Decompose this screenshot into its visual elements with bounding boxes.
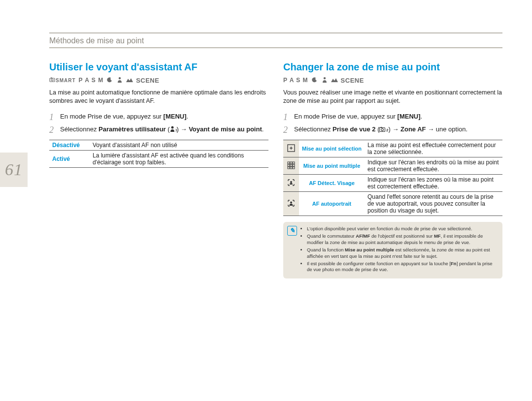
scene-text: SCENE	[136, 77, 159, 84]
manual-page: 61 Méthodes de mise au point Utiliser le…	[0, 0, 532, 401]
right-step-1: En mode Prise de vue, appuyez sur [MENU]…	[283, 112, 502, 121]
page-number: 61	[5, 160, 23, 179]
left-step-2: Sélectionnez Paramètres utilisateur (1) …	[49, 125, 268, 135]
svg-rect-8	[381, 127, 382, 128]
note-item: Quand le commutateur AF/MF de l'objectif…	[307, 233, 498, 246]
af-selection-icon	[283, 140, 299, 157]
pasm-text: P A S M	[79, 77, 104, 84]
table-row: AF Détect. Visage Indique sur l'écran le…	[283, 175, 502, 192]
svg-rect-15	[290, 162, 292, 164]
left-step-1: En mode Prise de vue, appuyez sur [MENU]…	[49, 112, 268, 121]
opt-deactivated-label: Désactivé	[49, 140, 90, 151]
night-icon	[311, 77, 318, 84]
landscape-icon	[331, 77, 338, 84]
right-column: Changer la zone de mise au point P A S M…	[283, 62, 502, 391]
note-box: ✎ L'option disponible peut varier en fon…	[283, 222, 502, 278]
page-header-text: Méthodes de mise au point	[49, 36, 144, 45]
right-options-table: Mise au point sélection La mise au point…	[283, 140, 502, 216]
page-number-tab: 61	[0, 153, 28, 187]
af-selection-label: Mise au point sélection	[299, 140, 365, 157]
left-mode-line: SMART P A S M SCENE	[49, 76, 268, 85]
portrait-icon	[116, 77, 123, 84]
pasm-text: P A S M	[283, 77, 308, 84]
table-row: Désactivé Voyant d'assistant AF non util…	[49, 140, 268, 151]
note-item: L'option disponible peut varier en fonct…	[307, 226, 498, 232]
note-icon: ✎	[287, 226, 297, 236]
svg-point-3	[119, 77, 121, 79]
scene-text: SCENE	[341, 77, 364, 84]
svg-rect-16	[293, 162, 295, 164]
af-self-desc: Quand l'effet sonore retentit au cours d…	[365, 192, 502, 216]
portrait-icon	[321, 77, 328, 84]
svg-rect-18	[290, 164, 292, 166]
svg-point-4	[171, 126, 173, 128]
camera-2-icon: 2	[379, 126, 388, 135]
af-multiple-icon	[283, 157, 299, 175]
right-steps: En mode Prise de vue, appuyez sur [MENU]…	[283, 112, 502, 135]
opt-activated-label: Activé	[49, 151, 90, 168]
svg-point-9	[381, 128, 384, 131]
svg-rect-14	[288, 162, 290, 164]
left-column: Utiliser le voyant d'assistant AF SMART …	[49, 62, 268, 391]
af-face-label: AF Détect. Visage	[299, 175, 365, 192]
af-multiple-desc: Indique sur l'écran les endroits où la m…	[365, 157, 502, 175]
smart-icon: SMART	[49, 78, 76, 83]
svg-rect-20	[288, 167, 290, 169]
right-mode-line: P A S M SCENE	[283, 76, 502, 85]
user-settings-icon: 1	[170, 125, 177, 135]
svg-point-2	[51, 79, 53, 81]
af-face-icon	[283, 175, 299, 192]
opt-deactivated-desc: Voyant d'assistant AF non utilisé	[90, 140, 268, 151]
landscape-icon	[126, 77, 133, 84]
left-options-table: Désactivé Voyant d'assistant AF non util…	[49, 140, 268, 168]
af-self-label: AF autoportrait	[299, 192, 365, 216]
af-selection-desc: La mise au point est effectuée correctem…	[365, 140, 502, 157]
svg-point-6	[323, 77, 325, 79]
af-self-icon	[283, 192, 299, 216]
table-row: AF autoportrait Quand l'effet sonore ret…	[283, 192, 502, 216]
svg-point-23	[290, 181, 292, 183]
page-header-bar: Méthodes de mise au point	[49, 32, 502, 48]
left-steps: En mode Prise de vue, appuyez sur [MENU]…	[49, 112, 268, 135]
left-title: Utiliser le voyant d'assistant AF	[49, 62, 268, 73]
right-step-2: Sélectionnez Prise de vue 2 (2) → Zone A…	[283, 125, 502, 135]
af-multiple-label: Mise au point multiple	[299, 157, 365, 175]
svg-rect-22	[293, 167, 295, 169]
note-item: Il est possible de configurer cette fonc…	[307, 261, 498, 273]
note-list: L'option disponible peut varier en fonct…	[300, 226, 498, 273]
af-face-desc: Indique sur l'écran les zones où la mise…	[365, 175, 502, 192]
night-icon	[106, 77, 113, 84]
right-intro: Vous pouvez réaliser une image nette et …	[283, 89, 502, 105]
left-intro: La mise au point automatique fonctionne …	[49, 89, 268, 105]
right-title: Changer la zone de mise au point	[283, 62, 502, 73]
content-columns: Utiliser le voyant d'assistant AF SMART …	[49, 62, 502, 391]
note-item: Quand la fonction Mise au point multiple…	[307, 247, 498, 259]
table-row: Activé La lumière d'assistant AF est act…	[49, 151, 268, 168]
svg-rect-17	[288, 164, 290, 166]
svg-rect-21	[290, 167, 292, 169]
svg-point-24	[290, 202, 292, 204]
svg-rect-1	[51, 78, 52, 79]
table-row: Mise au point sélection La mise au point…	[283, 140, 502, 157]
opt-activated-desc: La lumière d'assistant AF est activée qu…	[90, 151, 268, 168]
table-row: Mise au point multiple Indique sur l'écr…	[283, 157, 502, 175]
svg-rect-19	[293, 164, 295, 166]
